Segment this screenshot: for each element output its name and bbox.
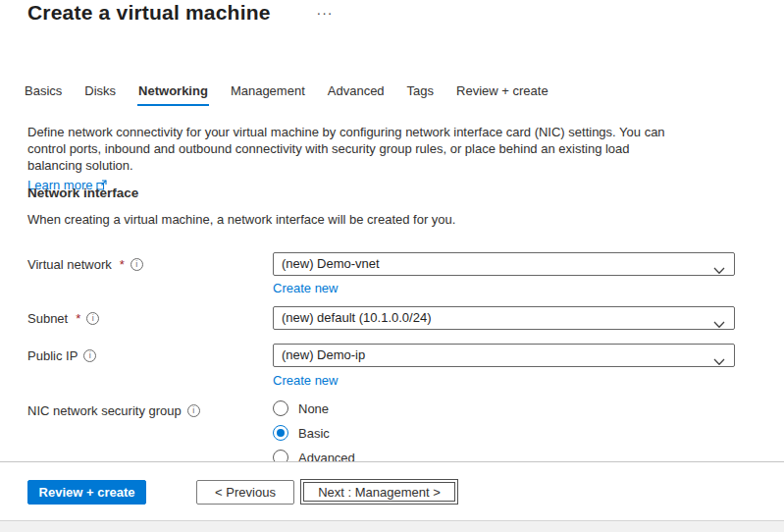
- virtual-network-value: (new) Demo-vnet: [282, 256, 380, 271]
- public-ip-create-new-link[interactable]: Create new: [273, 373, 338, 388]
- info-icon[interactable]: [83, 349, 96, 362]
- nic-nsg-label-text: NIC network security group: [27, 403, 182, 418]
- page-title: Create a virtual machine: [27, 1, 271, 25]
- nsg-radio-advanced-label: Advanced: [298, 451, 355, 462]
- footer-divider: [0, 461, 784, 462]
- virtual-network-label-text: Virtual network: [27, 257, 112, 272]
- public-ip-label: Public IP: [27, 348, 96, 363]
- page-content: Create a virtual machine Basics Disks Ne…: [0, 0, 784, 461]
- virtual-network-create-new-link[interactable]: Create new: [273, 281, 338, 295]
- info-icon[interactable]: [86, 312, 99, 325]
- nsg-radio-none-label: None: [298, 401, 329, 416]
- section-subtext: When creating a virtual machine, a netwo…: [27, 212, 455, 227]
- tab-bar: Basics Disks Networking Management Advan…: [24, 81, 549, 106]
- subnet-label-text: Subnet: [27, 311, 68, 326]
- nsg-radio-advanced[interactable]: Advanced: [273, 450, 355, 461]
- radio-icon: [273, 400, 288, 416]
- info-icon[interactable]: [187, 404, 200, 417]
- review-create-button[interactable]: Review + create: [27, 480, 146, 505]
- tab-basics[interactable]: Basics: [24, 81, 63, 106]
- nsg-radio-basic-label: Basic: [298, 426, 330, 441]
- networking-description: Define network connectivity for your vir…: [27, 124, 683, 193]
- nsg-radio-basic[interactable]: Basic: [273, 425, 330, 441]
- page-bottom-strip: [0, 520, 784, 532]
- previous-button[interactable]: < Previous: [196, 480, 294, 505]
- radio-selected-icon: [273, 425, 288, 441]
- more-options-icon[interactable]: [312, 2, 338, 24]
- tab-networking[interactable]: Networking: [137, 81, 209, 106]
- public-ip-label-text: Public IP: [27, 348, 78, 363]
- nsg-radio-none[interactable]: None: [273, 400, 329, 416]
- chevron-down-icon: [713, 351, 725, 367]
- section-heading-network-interface: Network interface: [27, 186, 138, 200]
- subnet-value: (new) default (10.1.0.0/24): [282, 310, 431, 325]
- tab-advanced[interactable]: Advanced: [327, 81, 386, 106]
- tab-management[interactable]: Management: [230, 81, 306, 106]
- required-asterisk: *: [76, 311, 80, 326]
- next-management-button[interactable]: Next : Management >: [300, 479, 458, 505]
- info-icon[interactable]: [131, 258, 143, 271]
- tab-disks[interactable]: Disks: [83, 81, 117, 106]
- virtual-network-label: Virtual network*: [27, 257, 143, 272]
- subnet-label: Subnet*: [27, 311, 99, 326]
- virtual-network-dropdown[interactable]: (new) Demo-vnet: [273, 252, 735, 276]
- public-ip-value: (new) Demo-ip: [282, 347, 365, 362]
- description-text: Define network connectivity for your vir…: [27, 125, 665, 173]
- public-ip-dropdown[interactable]: (new) Demo-ip: [273, 344, 735, 367]
- nic-nsg-label: NIC network security group: [27, 403, 200, 418]
- radio-icon: [273, 450, 288, 461]
- required-asterisk: *: [120, 257, 125, 272]
- chevron-down-icon: [713, 314, 725, 330]
- tab-tags[interactable]: Tags: [406, 81, 435, 106]
- subnet-dropdown[interactable]: (new) default (10.1.0.0/24): [273, 306, 735, 330]
- create-vm-page: Create a virtual machine Basics Disks Ne…: [0, 0, 784, 532]
- tab-review-create[interactable]: Review + create: [455, 81, 549, 106]
- chevron-down-icon: [713, 260, 725, 276]
